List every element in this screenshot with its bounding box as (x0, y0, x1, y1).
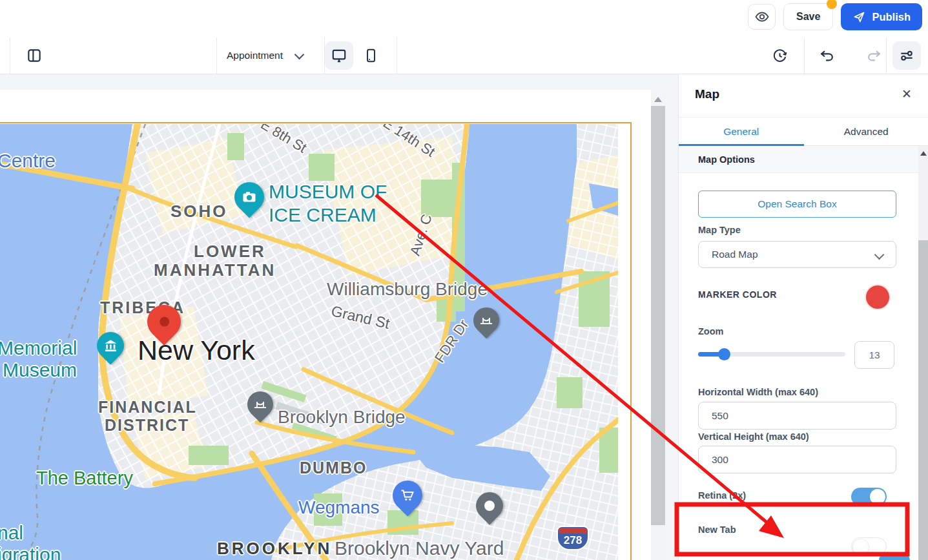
tab-advanced[interactable]: Advanced (804, 118, 928, 145)
museum-icon (104, 340, 117, 352)
close-icon[interactable]: ✕ (898, 86, 916, 102)
map-widget[interactable]: Centre E 8th St E 14th St MUSEUM OF ICE … (0, 124, 618, 560)
bridge-icon (254, 399, 267, 410)
interstate-278-shield: 278 (557, 526, 589, 550)
map-label-brooklyn-bridge: Brooklyn Bridge (278, 407, 406, 428)
mobile-view-button[interactable] (356, 41, 385, 70)
museum-of-ice-cream-pin (234, 182, 264, 212)
panel-scrollbar-thumb[interactable] (918, 240, 928, 560)
redo-icon (851, 48, 867, 64)
map-label-dumbo: DUMBO (300, 459, 367, 477)
retina-label: Retina (2x) (698, 490, 746, 501)
unsaved-indicator-dot (827, 0, 837, 9)
new-tab-label: New Tab (698, 524, 736, 535)
vertical-height-label: Vertical Height (max 640) (698, 431, 809, 442)
map-label-museum-of: MUSEUM OF (269, 181, 387, 203)
location-marker (147, 305, 181, 338)
section-header-map-options: Map Options (679, 146, 918, 173)
sidebar-toggle-button[interactable] (20, 41, 48, 70)
divider (397, 37, 397, 74)
map-label-ice-cream: ICE CREAM (269, 204, 376, 226)
map-label-igration: igration (0, 544, 61, 560)
tab-general[interactable]: General (679, 118, 804, 145)
panel-scrollbar[interactable] (918, 146, 928, 560)
undo-button[interactable] (812, 41, 841, 70)
open-search-box-button[interactable]: Open Search Box (698, 191, 896, 218)
map-label-williamsburg-bridge: Williamsburg Bridge (327, 279, 488, 300)
topbar: Save Publish (0, 0, 928, 38)
map-label-nal: nal (0, 522, 23, 544)
marker-color-swatch[interactable] (866, 285, 889, 309)
vertical-height-input[interactable] (698, 446, 896, 473)
desktop-view-button[interactable] (325, 41, 353, 70)
zoom-slider[interactable] (698, 352, 845, 357)
wegmans-pin (393, 481, 422, 510)
chevron-down-icon (294, 49, 305, 59)
history-button[interactable] (765, 41, 794, 70)
map-label-wegmans: Wegmans (298, 497, 380, 518)
canvas-scrollbar-thumb[interactable] (651, 106, 665, 525)
preview-button[interactable] (748, 4, 776, 30)
map-type-select[interactable]: Road Map (698, 241, 896, 268)
mobile-icon (363, 48, 378, 63)
williamsburg-bridge-pin (473, 307, 499, 333)
marker-color-label: MARKER COLOR (698, 289, 777, 300)
memorial-museum-pin (97, 332, 124, 359)
clock-history-icon (772, 48, 788, 64)
scroll-up-arrow-icon[interactable] (920, 151, 927, 156)
save-button[interactable]: Save (783, 3, 833, 30)
poi-pin (476, 492, 503, 519)
map-type-label: Map Type (698, 225, 741, 235)
map-label-lower: LOWER (194, 242, 266, 262)
brooklyn-bridge-pin (247, 391, 273, 417)
widget-settings-button[interactable] (892, 41, 921, 70)
canvas-scrollbar[interactable] (651, 90, 665, 560)
horizontal-width-input[interactable] (698, 402, 896, 430)
page-builder-app: Save Publish (0, 0, 928, 560)
publish-button[interactable]: Publish (841, 3, 922, 30)
panel-title: Map (695, 87, 719, 101)
next-toggle-peek (879, 554, 910, 560)
zoom-label: Zoom (698, 326, 723, 337)
editor-toolbar: Appointment (0, 37, 928, 74)
map-label-financial: FINANCIAL (98, 398, 197, 417)
workspace: Centre E 8th St E 14th St MUSEUM OF ICE … (0, 74, 928, 560)
zoom-slider-thumb[interactable] (718, 348, 730, 360)
page-selector-dropdown[interactable]: Appointment (223, 37, 307, 74)
new-tab-toggle[interactable] (851, 537, 887, 555)
divider (804, 37, 805, 74)
divider (886, 37, 887, 74)
camera-icon (242, 191, 256, 203)
layout-columns-icon (26, 47, 43, 64)
scroll-up-arrow-icon[interactable] (654, 97, 662, 102)
map-label-district: DISTRICT (105, 416, 189, 435)
bridge-icon (480, 315, 493, 326)
map-label-the-battery: The Battery (36, 468, 133, 489)
zoom-value-input[interactable] (854, 341, 894, 369)
chevron-down-icon (874, 249, 885, 260)
panel-tabs: General Advanced (679, 117, 928, 146)
map-label-museum: Museum (3, 359, 77, 381)
map-label-brooklyn: BROOKLYN (217, 539, 332, 559)
redo-button[interactable] (844, 41, 872, 70)
map-label-soho: SOHO (170, 202, 228, 222)
map-label-manhattan: MANHATTAN (154, 260, 276, 280)
horizontal-width-label: Horizontal Width (max 640) (698, 387, 818, 397)
cart-icon (400, 489, 415, 502)
map-label-centre: Centre (0, 150, 56, 172)
undo-icon (819, 48, 835, 64)
desktop-icon (331, 47, 347, 64)
divider (216, 37, 217, 74)
map-label-memorial: Memorial (0, 337, 77, 359)
retina-toggle[interactable] (851, 488, 887, 506)
send-icon (852, 10, 866, 24)
map-label-brooklyn-navy-yard: Brooklyn Navy Yard (335, 537, 504, 559)
sliders-icon (898, 47, 915, 64)
eye-icon (754, 9, 770, 25)
map-label-new-york: New York (138, 335, 255, 366)
divider (10, 37, 10, 74)
map-settings-panel: Map ✕ General Advanced Map Options Open … (678, 74, 928, 560)
